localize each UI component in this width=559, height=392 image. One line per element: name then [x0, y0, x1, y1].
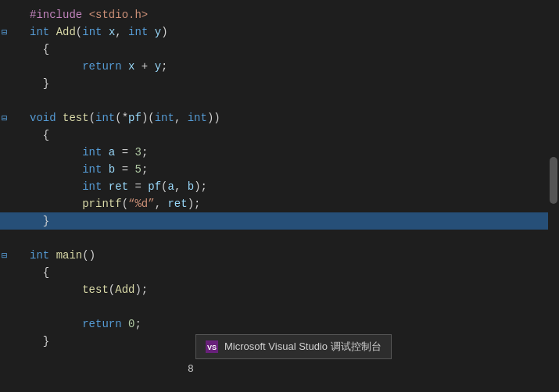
line-text: void test(int(*pf)(int, int)): [23, 112, 220, 124]
code-line: return 0;: [0, 315, 559, 333]
code-line: ⊟void test(int(*pf)(int, int)): [0, 109, 559, 127]
fold-icon[interactable]: ⊟: [2, 112, 7, 124]
code-line: int ret = pf(a, b);: [0, 178, 559, 195]
line-text: int main(): [23, 249, 95, 262]
vs-icon: VS: [206, 340, 218, 353]
line-text: int b = 5;: [23, 163, 148, 176]
line-text: }: [23, 335, 49, 347]
code-line: }: [0, 75, 559, 92]
svg-text:VS: VS: [207, 344, 217, 351]
code-line: }: [0, 212, 559, 230]
debug-console-tooltip[interactable]: VS Microsoft Visual Studio 调试控制台: [195, 334, 392, 359]
code-line: ⊟int Add(int x, int y): [0, 23, 559, 41]
line-text: {: [23, 43, 49, 55]
code-line: {: [0, 127, 559, 144]
code-editor: #include <stdio.h>⊟int Add(int x, int y)…: [0, 0, 559, 392]
line-text: {: [23, 266, 49, 279]
line-text: {: [23, 129, 49, 141]
line-text: int a = 3;: [23, 146, 148, 159]
line-text: }: [23, 77, 49, 90]
code-line: #include <stdio.h>: [0, 6, 559, 23]
code-line: [0, 92, 559, 109]
line-text: test(Add);: [23, 283, 148, 296]
line-text: printf(“%d”, ret);: [23, 198, 201, 210]
tooltip-label: Microsoft Visual Studio 调试控制台: [224, 340, 382, 354]
code-line: {: [0, 264, 559, 281]
line-text: #include <stdio.h>: [23, 9, 148, 21]
fold-icon[interactable]: ⊟: [2, 250, 7, 262]
line-text: return 0;: [23, 318, 142, 330]
code-line: [0, 298, 559, 315]
line-number-indicator: 8: [188, 363, 194, 375]
line-text: int Add(int x, int y): [23, 26, 168, 38]
code-line: {: [0, 41, 559, 58]
line-text: int ret = pf(a, b);: [23, 180, 207, 193]
line-text: return x + y;: [23, 60, 167, 73]
line-text: }: [23, 215, 49, 227]
scrollbar-thumb[interactable]: [550, 157, 557, 204]
code-line: test(Add);: [0, 281, 559, 298]
fold-icon[interactable]: ⊟: [2, 27, 7, 38]
code-line: printf(“%d”, ret);: [0, 195, 559, 212]
scrollbar[interactable]: [548, 0, 559, 392]
code-line: return x + y;: [0, 58, 559, 75]
code-line: int b = 5;: [0, 161, 559, 178]
code-line: int a = 3;: [0, 144, 559, 161]
code-line: ⊟int main(): [0, 247, 559, 264]
code-line: [0, 230, 559, 247]
